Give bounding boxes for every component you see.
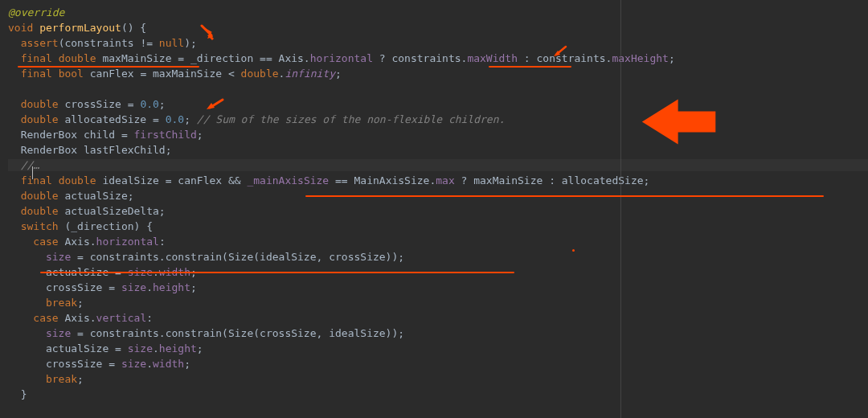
text-caret	[32, 166, 33, 179]
dot-marker	[572, 249, 575, 252]
editor-right-margin	[620, 0, 621, 418]
underline-constraints	[489, 66, 571, 68]
underline-size	[40, 272, 514, 273]
underline-mainaxis	[305, 195, 824, 197]
annotation-override: @override	[8, 6, 64, 18]
underline-final-maxmain	[18, 66, 199, 68]
code-editor[interactable]: @override void performLayout() { assert(…	[0, 0, 868, 402]
comment-sum: // Sum of the sizes of the non-flexible …	[197, 113, 506, 125]
